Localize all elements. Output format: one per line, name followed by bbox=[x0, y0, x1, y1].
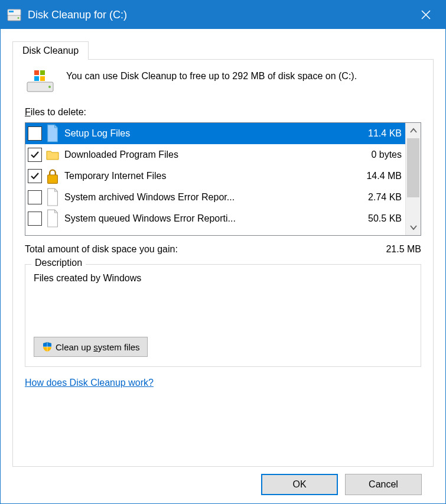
file-name: System archived Windows Error Repor... bbox=[64, 192, 349, 203]
svg-point-3 bbox=[18, 17, 19, 19]
scroll-thumb[interactable] bbox=[407, 138, 419, 197]
file-checkbox[interactable] bbox=[28, 148, 42, 162]
window-title: Disk Cleanup for (C:) bbox=[28, 9, 410, 21]
file-list-row[interactable]: System queued Windows Error Reporti...50… bbox=[25, 208, 405, 229]
file-type-icon bbox=[45, 147, 60, 163]
clean-up-system-files-button[interactable]: Clean up system files bbox=[34, 337, 148, 357]
total-label: Total amount of disk space you gain: bbox=[25, 244, 178, 255]
file-name: System queued Windows Error Reporti... bbox=[64, 213, 349, 224]
svg-rect-2 bbox=[9, 11, 14, 12]
file-checkbox[interactable] bbox=[28, 169, 42, 183]
description-text: Files created by Windows bbox=[34, 273, 412, 284]
scroll-down-button[interactable] bbox=[406, 220, 421, 235]
close-button[interactable] bbox=[410, 1, 442, 29]
file-size: 11.4 KB bbox=[354, 128, 402, 139]
file-checkbox[interactable] bbox=[28, 212, 42, 226]
svg-rect-7 bbox=[40, 70, 45, 75]
drive-icon bbox=[6, 7, 22, 22]
file-list-row[interactable]: Downloaded Program Files0 bytes bbox=[25, 144, 405, 165]
total-row: Total amount of disk space you gain: 21.… bbox=[25, 244, 421, 255]
help-link[interactable]: How does Disk Cleanup work? bbox=[25, 378, 421, 388]
file-list: Setup Log Files11.4 KBDownloaded Program… bbox=[25, 122, 421, 236]
file-type-icon bbox=[45, 168, 60, 184]
tab-panel: You can use Disk Cleanup to free up to 2… bbox=[12, 59, 434, 467]
titlebar: Disk Cleanup for (C:) bbox=[1, 1, 445, 29]
file-size: 0 bytes bbox=[354, 149, 402, 160]
file-size: 50.5 KB bbox=[354, 213, 402, 224]
files-to-delete-label: Files to delete: bbox=[25, 107, 421, 118]
file-size: 2.74 KB bbox=[354, 192, 402, 203]
svg-rect-10 bbox=[48, 175, 58, 183]
tab-strip: Disk Cleanup bbox=[12, 41, 434, 59]
file-list-row[interactable]: Temporary Internet Files14.4 MB bbox=[25, 165, 405, 187]
file-type-icon bbox=[45, 189, 60, 206]
svg-point-5 bbox=[48, 86, 51, 88]
scroll-track[interactable] bbox=[406, 138, 421, 220]
file-checkbox[interactable] bbox=[28, 126, 42, 141]
ok-button[interactable]: OK bbox=[261, 474, 338, 495]
description-group: Description Files created by Windows Cle… bbox=[25, 264, 421, 367]
file-size: 14.4 MB bbox=[354, 171, 402, 181]
file-name: Temporary Internet Files bbox=[64, 171, 349, 181]
scrollbar[interactable] bbox=[405, 123, 421, 235]
chevron-up-icon bbox=[410, 128, 417, 134]
file-name: Setup Log Files bbox=[64, 128, 349, 139]
svg-rect-8 bbox=[34, 76, 39, 81]
close-icon bbox=[421, 10, 431, 19]
scroll-up-button[interactable] bbox=[406, 123, 421, 138]
file-list-row[interactable]: Setup Log Files11.4 KB bbox=[25, 123, 405, 144]
description-legend: Description bbox=[31, 258, 86, 268]
cleanup-button-label: Clean up system files bbox=[56, 342, 140, 352]
shield-icon bbox=[41, 341, 53, 353]
svg-rect-9 bbox=[40, 76, 45, 81]
tab-disk-cleanup[interactable]: Disk Cleanup bbox=[12, 41, 89, 60]
chevron-down-icon bbox=[410, 225, 417, 230]
file-name: Downloaded Program Files bbox=[64, 149, 349, 160]
disk-cleanup-window: Disk Cleanup for (C:) Disk Cleanup bbox=[0, 0, 446, 504]
cleanup-drive-icon bbox=[25, 69, 56, 94]
cancel-button[interactable]: Cancel bbox=[345, 474, 422, 495]
total-value: 21.5 MB bbox=[386, 244, 421, 255]
intro-text: You can use Disk Cleanup to free up to 2… bbox=[66, 69, 357, 94]
file-type-icon bbox=[45, 210, 60, 227]
svg-rect-6 bbox=[34, 70, 39, 75]
intro-row: You can use Disk Cleanup to free up to 2… bbox=[25, 69, 421, 94]
client-area: Disk Cleanup You can u bbox=[1, 29, 445, 503]
file-checkbox[interactable] bbox=[28, 190, 42, 204]
dialog-button-row: OK Cancel bbox=[12, 467, 434, 495]
file-type-icon bbox=[45, 125, 60, 142]
file-list-row[interactable]: System archived Windows Error Repor...2.… bbox=[25, 187, 405, 208]
